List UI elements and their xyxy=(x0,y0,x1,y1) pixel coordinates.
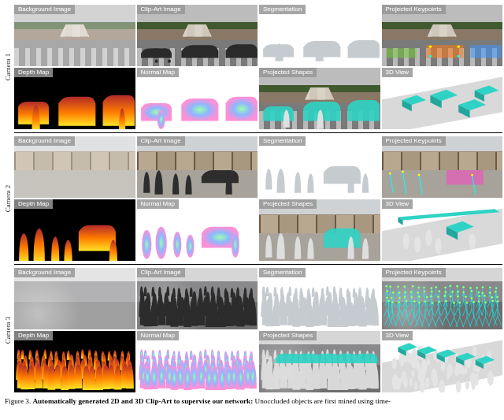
svg-line-234 xyxy=(481,307,484,315)
svg-point-56 xyxy=(423,287,424,288)
panel-label: Projected Shapes xyxy=(259,199,317,209)
svg-line-283 xyxy=(446,316,450,325)
camera-1-label-wrap: Camera 1 xyxy=(2,3,14,131)
svg-point-132 xyxy=(431,291,432,292)
svg-point-188 xyxy=(403,296,405,298)
svg-point-331 xyxy=(413,381,417,391)
svg-point-344 xyxy=(424,377,429,389)
svg-point-92 xyxy=(481,286,483,288)
svg-line-278 xyxy=(435,316,439,325)
svg-line-258 xyxy=(402,316,406,325)
panel-label: Projected Keypoints xyxy=(382,136,446,146)
svg-line-218 xyxy=(454,308,458,316)
panel-label: Projected Keypoints xyxy=(382,5,446,14)
c2-depth-map: Depth Map xyxy=(14,199,135,261)
svg-point-176 xyxy=(386,297,387,299)
svg-point-268 xyxy=(418,302,420,303)
c1-depth-map: Depth Map xyxy=(14,68,135,129)
c2-background-image: Background Image xyxy=(14,136,135,198)
c1-3d-view: 3D View xyxy=(382,68,503,129)
svg-point-228 xyxy=(470,297,472,299)
svg-point-26 xyxy=(425,230,432,246)
svg-point-248 xyxy=(387,300,389,302)
c1-projected-shapes: Projected Shapes xyxy=(259,68,380,129)
svg-point-68 xyxy=(444,287,446,288)
svg-point-40 xyxy=(397,286,398,288)
svg-point-264 xyxy=(413,300,415,302)
panel-label: Depth Map xyxy=(14,68,53,77)
svg-line-182 xyxy=(396,310,399,318)
svg-line-255 xyxy=(398,317,402,326)
figure: Camera 1 Background Image Clip-Art Image xyxy=(0,0,504,405)
svg-point-52 xyxy=(417,287,419,288)
svg-line-34 xyxy=(388,292,390,296)
c3-background-image: Background Image xyxy=(14,268,135,329)
svg-point-361 xyxy=(399,359,403,367)
c2-3d-view: 3D View xyxy=(382,199,503,261)
svg-line-254 xyxy=(395,317,398,326)
camera-2-grid: Background Image Clip-Art Image xyxy=(14,135,502,262)
svg-point-22 xyxy=(186,235,194,258)
svg-point-316 xyxy=(496,300,498,302)
c3-projected-keypoints: Projected Keypoints xyxy=(382,268,503,329)
svg-line-150 xyxy=(461,301,463,307)
svg-line-126 xyxy=(421,300,424,306)
c3-projected-shapes: Projected Shapes xyxy=(259,331,380,392)
c2-normal-map: Normal Map xyxy=(137,199,258,261)
svg-line-11 xyxy=(390,173,393,193)
svg-point-208 xyxy=(437,296,439,298)
svg-line-310 xyxy=(488,315,492,325)
svg-line-174 xyxy=(384,309,387,317)
svg-line-242 xyxy=(494,309,497,317)
svg-point-6 xyxy=(457,46,459,48)
svg-line-282 xyxy=(442,316,446,325)
svg-point-96 xyxy=(489,287,491,288)
panel-label: Background Image xyxy=(14,5,75,14)
svg-line-250 xyxy=(388,317,392,326)
svg-line-306 xyxy=(481,317,485,326)
panel-label: Background Image xyxy=(14,136,75,146)
svg-point-252 xyxy=(391,301,393,303)
svg-point-32 xyxy=(385,285,387,287)
svg-point-328 xyxy=(427,359,430,366)
svg-point-9 xyxy=(157,110,165,129)
svg-point-288 xyxy=(453,302,454,303)
svg-point-28 xyxy=(469,233,475,249)
svg-point-365 xyxy=(461,367,464,375)
svg-point-128 xyxy=(423,291,424,292)
caption-title: Automatically generated 2D and 3D Clip-A… xyxy=(32,397,253,405)
svg-line-307 xyxy=(485,317,489,326)
svg-point-280 xyxy=(438,301,439,303)
svg-line-122 xyxy=(415,301,417,307)
c2-segmentation: Segmentation xyxy=(259,136,380,198)
svg-point-44 xyxy=(403,286,405,288)
svg-point-100 xyxy=(495,287,496,288)
svg-point-236 xyxy=(484,295,485,296)
svg-point-24 xyxy=(402,233,409,249)
svg-point-350 xyxy=(409,377,413,386)
svg-line-54 xyxy=(422,293,424,297)
svg-point-374 xyxy=(465,381,469,390)
svg-line-214 xyxy=(447,308,450,316)
svg-point-300 xyxy=(472,301,474,303)
svg-point-116 xyxy=(404,292,406,293)
svg-line-222 xyxy=(462,308,465,316)
svg-point-1 xyxy=(154,60,158,63)
camera-3-block: Camera 3 Background Image Clip-Art Image… xyxy=(2,266,502,394)
svg-line-238 xyxy=(488,309,491,317)
svg-line-315 xyxy=(497,316,501,325)
c3-clipart-image: Clip-Art Image xyxy=(137,268,258,329)
camera-1-block: Camera 1 Background Image Clip-Art Image xyxy=(2,3,502,131)
svg-point-196 xyxy=(417,295,419,297)
svg-point-224 xyxy=(465,295,466,297)
panel-label: Clip-Art Image xyxy=(137,268,185,277)
panel-label: 3D View xyxy=(382,331,413,340)
c1-normal-map: Normal Map xyxy=(137,68,258,129)
svg-line-70 xyxy=(448,292,450,295)
svg-line-290 xyxy=(455,318,459,327)
svg-point-0 xyxy=(167,60,170,63)
c3-segmentation: Segmentation xyxy=(259,268,380,329)
svg-point-325 xyxy=(411,370,414,377)
svg-point-346 xyxy=(420,368,425,381)
svg-line-62 xyxy=(434,293,435,297)
